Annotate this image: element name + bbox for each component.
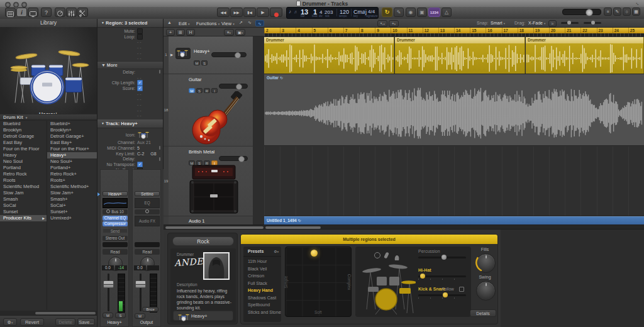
plugin-slot-channel-eq[interactable]: Channel EQ	[103, 216, 128, 221]
list-item[interactable]: Portland	[0, 165, 47, 171]
track-name[interactable]: British Metal	[189, 149, 214, 155]
drag-tool-icon[interactable]: ▲	[167, 20, 172, 25]
editor-toggle-button[interactable]: ∿	[255, 20, 264, 26]
empty-value[interactable]: - -	[137, 75, 142, 80]
fader-handle[interactable]	[103, 280, 114, 288]
list-item[interactable]: Neo Soul	[0, 158, 47, 165]
automation-slot[interactable]: Read	[135, 249, 160, 255]
empty-value[interactable]: - -	[137, 92, 142, 96]
autopunch-button[interactable]: ✎	[394, 8, 404, 17]
preset-item[interactable]: Spellbound	[243, 301, 281, 309]
lcd-display[interactable]: ♪ ♬ 13 1 4 203 120 Cmaj 4/4 bar beat div…	[286, 7, 379, 19]
track-volume-slider[interactable]	[219, 156, 248, 161]
track-name[interactable]: Audio 1	[189, 218, 204, 224]
content-scrollbar-thumb[interactable]	[265, 226, 321, 229]
list-item[interactable]: Heavy+	[47, 152, 97, 158]
inspector-value[interactable]: Aux 21	[137, 140, 151, 145]
checkbox[interactable]: ✓	[137, 162, 143, 167]
metronome-button[interactable]: △	[441, 8, 452, 17]
list-item[interactable]: Scientific Method	[0, 184, 47, 190]
preset-item[interactable]: Shadows Cast	[243, 294, 281, 302]
quick-help-button[interactable]	[28, 8, 38, 17]
menu-edit[interactable]: Edit ▾	[179, 21, 190, 26]
disclosure-arrow-icon[interactable]: ▶	[170, 53, 173, 57]
region-inspector-header[interactable]: ▼ Region: 3 selected	[97, 19, 163, 28]
fader-track[interactable]	[140, 274, 142, 311]
list-item[interactable]: SoCal+	[47, 202, 97, 209]
help-button[interactable]: ?	[41, 8, 52, 17]
track-name[interactable]: Heavy+	[194, 48, 210, 54]
menu-view[interactable]: View ▾	[221, 21, 235, 26]
strip-eq-placeholder[interactable]: EQ	[135, 198, 160, 208]
empty-value[interactable]: - -	[137, 45, 142, 50]
list-editors-button[interactable]: ≡	[604, 8, 612, 16]
list-item[interactable]: Retro Rock+	[47, 171, 97, 177]
slider-track[interactable]	[418, 294, 466, 296]
empty-value[interactable]: - -	[137, 56, 142, 60]
send-slot[interactable]: Send	[103, 228, 128, 233]
list-item[interactable]: Bluebird+	[47, 121, 97, 127]
revert-button[interactable]: Revert	[20, 318, 44, 326]
count-in-button[interactable]: 1234	[428, 8, 440, 17]
list-item[interactable]: East Bay+	[47, 140, 97, 146]
empty-value[interactable]: - -	[137, 103, 142, 107]
checkbox[interactable]	[137, 34, 143, 40]
vertical-zoom-slider[interactable]	[561, 22, 579, 24]
details-button[interactable]: Details	[470, 309, 496, 317]
list-item[interactable]: Neo Soul+	[47, 158, 97, 165]
track-zoom-button[interactable]: ▣▾	[235, 29, 245, 36]
menu-functions[interactable]: Functions ▾	[196, 21, 219, 26]
track-header-guitar[interactable]: 18 Guitar MSRI	[164, 74, 253, 147]
scrollbar-thumb[interactable]	[35, 312, 96, 314]
list-item[interactable]: Four on the Floor+	[47, 146, 97, 152]
group-slot[interactable]	[135, 242, 160, 247]
strip-input-slot[interactable]: Bus 10	[103, 209, 128, 214]
track-header-audio1[interactable]: Audio 1	[164, 216, 253, 224]
list-item[interactable]: Four on the Floor	[0, 146, 47, 152]
list-item[interactable]: Smash	[0, 196, 47, 202]
checkbox[interactable]: ✓	[137, 80, 143, 86]
list-item[interactable]: Sunset+	[47, 209, 97, 215]
channel-strip-track[interactable]: Heavy+ Bus 10 Channel EQ Compressor Send…	[100, 169, 129, 327]
checkbox-cell[interactable]: ✓	[137, 86, 143, 91]
drummer-region[interactable]: Drummer	[395, 37, 525, 74]
genre-button[interactable]: Rock	[172, 236, 234, 246]
flex-button[interactable]: ∿	[248, 20, 252, 25]
preset-item[interactable]: Full Stack	[243, 280, 281, 287]
drummer-region[interactable]: Drummer	[526, 37, 644, 74]
swing-knob[interactable]	[476, 281, 496, 301]
master-volume-slider[interactable]	[562, 9, 601, 15]
low-latency-button[interactable]: ▣	[417, 8, 427, 17]
empty-value[interactable]: - -	[137, 113, 142, 118]
save-button[interactable]: Save...	[77, 318, 95, 326]
duplicate-track-button[interactable]: ⊞	[176, 29, 185, 36]
preset-item[interactable]: 11th Hour	[243, 258, 281, 265]
strip-solo-button[interactable]: S	[115, 313, 126, 318]
command-tool-menu[interactable]: +▾	[389, 20, 399, 27]
library-category[interactable]: Drum Kit ▾	[0, 114, 97, 120]
stop-button[interactable]: ▮◀	[243, 8, 256, 17]
track-volume-slider[interactable]	[219, 84, 248, 89]
rewind-button[interactable]: ◀◀	[217, 8, 230, 17]
editors-button[interactable]	[77, 8, 88, 17]
track-header-drummer[interactable]: 1 ▶ Heavy+ MS	[164, 36, 253, 74]
track-m-button[interactable]: M	[194, 60, 200, 65]
zoom-knob[interactable]	[567, 21, 571, 25]
strip-setting-button[interactable]: Heavy+	[103, 191, 128, 196]
list-item[interactable]: Sunset	[0, 209, 47, 215]
follow-label[interactable]: Follow	[442, 287, 454, 291]
list-item[interactable]: Detroit Garage	[0, 133, 47, 140]
play-button[interactable]: ▶	[257, 8, 269, 17]
group-slot[interactable]	[103, 242, 128, 247]
hide-tracks-button[interactable]: H	[186, 29, 195, 36]
empty-value[interactable]: - -	[137, 108, 142, 113]
traffic-light-minimize[interactable]	[13, 2, 19, 8]
track-s-button[interactable]: S	[201, 60, 208, 65]
fader-track[interactable]	[108, 274, 109, 311]
zoom-knob[interactable]	[591, 21, 595, 25]
header-scrollbar-thumb[interactable]	[165, 226, 264, 229]
plugin-slot-compressor[interactable]: Compressor	[103, 221, 128, 226]
drummer-region[interactable]: Drummer	[264, 37, 394, 74]
stepper[interactable]	[159, 157, 160, 161]
traffic-light-close[interactable]	[5, 2, 11, 8]
